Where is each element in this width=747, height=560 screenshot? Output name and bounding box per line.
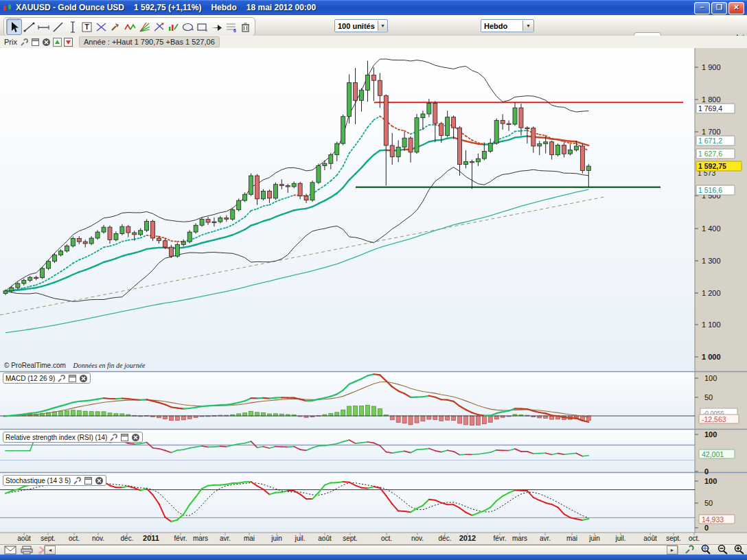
- macd-histogram-bar: [415, 416, 419, 423]
- rsi-close-icon[interactable]: [131, 433, 140, 442]
- candle-body: [304, 196, 308, 200]
- candle-body: [273, 185, 277, 198]
- candle-body: [452, 117, 456, 128]
- tool-angle-lines-button[interactable]: [94, 19, 108, 34]
- price-settings-wrench-icon[interactable]: [20, 38, 29, 47]
- time-tick-label: 2012: [459, 534, 476, 542]
- zoom-in-icon[interactable]: [733, 544, 746, 555]
- stoch-close-icon[interactable]: [95, 476, 104, 485]
- stoch-window-icon[interactable]: [84, 476, 93, 485]
- macd-histogram-bar: [390, 416, 394, 420]
- candle-body: [181, 242, 185, 244]
- tool-trash-button[interactable]: [238, 19, 253, 34]
- horizontal-scrollbar[interactable]: ◄ ►: [44, 545, 678, 555]
- tool-arrow-button[interactable]: [209, 19, 224, 34]
- price-value-label: 1 671,2: [698, 137, 722, 145]
- restore-button[interactable]: ❐: [711, 2, 727, 14]
- candle-body: [286, 186, 290, 187]
- units-dropdown[interactable]: 100 unités ▼: [334, 19, 388, 32]
- zoom-fit-icon[interactable]: [699, 544, 713, 555]
- tool-chart-annotate-button[interactable]: [166, 19, 181, 34]
- tool-fork-button[interactable]: [152, 19, 166, 34]
- timeframe-dropdown-arrow-icon[interactable]: ▼: [522, 21, 533, 31]
- candle-body: [108, 227, 112, 240]
- ema26-segment: [147, 248, 153, 249]
- stoch-settings-wrench-icon[interactable]: [73, 476, 82, 485]
- close-button[interactable]: ✕: [728, 2, 744, 14]
- macd-line-segment: [177, 408, 183, 409]
- candle-body: [157, 238, 161, 241]
- time-tick-label: sept.: [343, 535, 358, 542]
- macd-histogram-bar: [335, 412, 339, 416]
- print-icon[interactable]: [21, 546, 33, 555]
- rsi-line-segment: [423, 448, 429, 449]
- price-tick-label: 1 400: [702, 224, 721, 233]
- price-window-icon[interactable]: [31, 38, 40, 47]
- tool-pattern-tools-button[interactable]: [108, 19, 123, 34]
- scrollbar-thumb[interactable]: [56, 546, 667, 555]
- macd-line-segment: [30, 412, 36, 413]
- tool-zigzag-button[interactable]: [123, 19, 137, 34]
- window-bottom-border: [0, 555, 747, 560]
- time-tick-label: mai: [244, 535, 255, 542]
- rsi-line-segment: [177, 450, 183, 450]
- candle-body: [458, 128, 462, 164]
- stoch-k-line-segment: [398, 511, 404, 512]
- stoch-k-line-segment: [208, 485, 214, 486]
- candle-body: [433, 104, 437, 124]
- units-dropdown-arrow-icon[interactable]: ▼: [378, 21, 387, 31]
- units-dropdown-label: 100 unités: [335, 22, 378, 30]
- macd-settings-wrench-icon[interactable]: [57, 374, 66, 383]
- scroll-left-button[interactable]: ◄: [45, 546, 56, 555]
- settings-wrench-icon[interactable]: [684, 545, 695, 555]
- price-down-arrow-icon[interactable]: [64, 38, 73, 47]
- macd-close-icon[interactable]: [79, 374, 88, 383]
- ema26-segment: [435, 140, 441, 141]
- title-bar[interactable]: XAUUSD - Gold Ounce USD 1 592,75 (+1,11%…: [0, 0, 747, 15]
- rsi-tick-label: 100: [704, 430, 717, 439]
- candle-body: [354, 83, 358, 101]
- macd-line-segment: [24, 413, 30, 414]
- tool-fan-lines-button[interactable]: [137, 19, 152, 34]
- ema12-segment: [570, 143, 576, 143]
- tool-horizontal-line-button[interactable]: [36, 19, 51, 34]
- tool-rectangle-button[interactable]: [195, 19, 209, 34]
- rsi-settings-wrench-icon[interactable]: [109, 433, 118, 442]
- tool-cursor-button[interactable]: [6, 19, 22, 35]
- macd-window-icon[interactable]: [68, 374, 77, 383]
- candle-body: [550, 142, 554, 155]
- tool-ellipse-button[interactable]: [181, 19, 195, 34]
- time-tick-label: juil.: [614, 535, 625, 542]
- macd-line-segment: [135, 399, 141, 400]
- price-up-arrow-icon[interactable]: [53, 38, 62, 47]
- vertical-line-icon: [66, 21, 79, 34]
- title-datetime: 18 mai 2012 00:00: [246, 3, 316, 12]
- scroll-right-button[interactable]: ►: [667, 546, 678, 555]
- timeframe-dropdown[interactable]: Hebdo ▼: [481, 19, 534, 32]
- chart-area: 1 9001 8001 7001 5001 4001 3001 2001 100…: [0, 48, 747, 544]
- candle-body: [139, 231, 143, 235]
- chart-canvas[interactable]: 1 9001 8001 7001 5001 4001 3001 2001 100…: [0, 48, 747, 544]
- mail-icon[interactable]: [4, 546, 16, 555]
- macd-histogram-bar: [378, 409, 382, 416]
- candle-body: [225, 218, 229, 219]
- minimize-button[interactable]: –: [694, 2, 710, 14]
- tool-text-button[interactable]: T: [80, 19, 94, 34]
- candle-body: [243, 194, 247, 200]
- tool-fibonacci-button[interactable]: 6: [224, 19, 238, 34]
- rsi-window-icon[interactable]: [120, 433, 129, 442]
- candle-body: [10, 288, 14, 291]
- macd-histogram-bar: [95, 412, 100, 416]
- candle-body: [292, 183, 296, 187]
- tool-trend-line-button[interactable]: [51, 19, 65, 34]
- macd-histogram-bar: [108, 413, 112, 416]
- macd-histogram-bar: [255, 412, 260, 416]
- candle-body: [102, 227, 106, 232]
- zoom-out-icon[interactable]: [717, 544, 729, 555]
- macd-line-segment: [257, 398, 264, 399]
- price-close-icon[interactable]: [42, 38, 51, 47]
- macd-line-segment: [18, 414, 24, 415]
- tool-measure-button[interactable]: [22, 19, 36, 34]
- candle-body: [249, 176, 253, 194]
- tool-vertical-line-button[interactable]: [65, 19, 80, 34]
